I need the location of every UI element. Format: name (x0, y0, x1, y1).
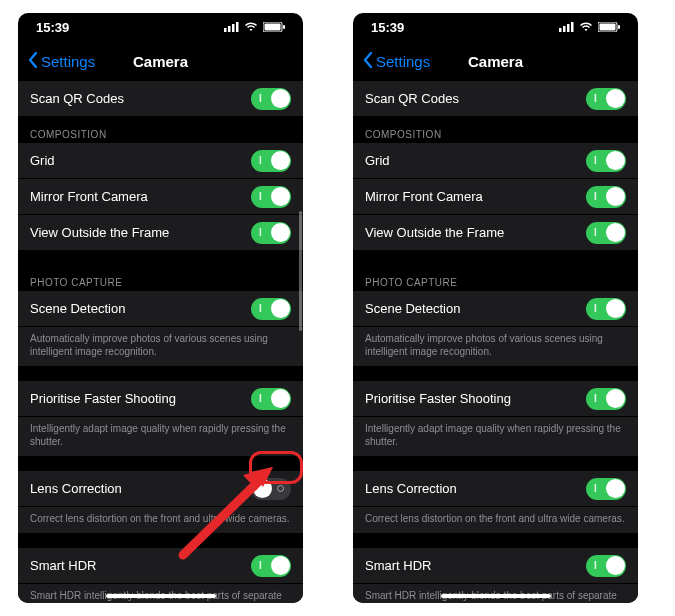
toggle-mirror-front[interactable]: I (586, 186, 626, 208)
row-grid[interactable]: GridI (18, 143, 303, 179)
row-label: Smart HDR (30, 558, 96, 573)
status-time: 15:39 (371, 20, 404, 35)
scroll-indicator[interactable] (299, 211, 302, 331)
toggle-mirror-front[interactable]: I (251, 186, 291, 208)
cellular-icon (224, 22, 239, 32)
nav-bar: Settings Camera (18, 41, 303, 81)
cellular-icon (559, 22, 574, 32)
chevron-left-icon (363, 52, 373, 71)
svg-rect-0 (224, 28, 227, 32)
wifi-icon (244, 22, 258, 32)
row-label: Scan QR Codes (30, 91, 124, 106)
row-lens-correction[interactable]: Lens Correction (18, 471, 303, 507)
svg-rect-7 (559, 28, 562, 32)
svg-rect-13 (618, 25, 620, 29)
section-composition: COMPOSITION (18, 117, 303, 143)
back-label: Settings (376, 53, 430, 70)
svg-rect-9 (567, 24, 570, 32)
toggle-faster-shooting[interactable]: I (586, 388, 626, 410)
row-label: Lens Correction (365, 481, 457, 496)
status-bar: 15:39 (18, 13, 303, 41)
nav-title: Camera (133, 53, 188, 70)
row-label: Scene Detection (365, 301, 460, 316)
row-mirror-front[interactable]: Mirror Front CameraI (18, 179, 303, 215)
toggle-grid[interactable]: I (586, 150, 626, 172)
footer-lens-correction: Correct lens distortion on the front and… (353, 507, 638, 534)
row-faster-shooting[interactable]: Prioritise Faster ShootingI (18, 381, 303, 417)
row-label: Lens Correction (30, 481, 122, 496)
back-button[interactable]: Settings (363, 52, 430, 71)
phone-right: 15:39 Settings Camera Scan QR CodesI COM… (353, 13, 638, 603)
row-label: Prioritise Faster Shooting (365, 391, 511, 406)
section-photo-capture: PHOTO CAPTURE (353, 265, 638, 291)
row-label: Mirror Front Camera (30, 189, 148, 204)
toggle-view-outside[interactable]: I (586, 222, 626, 244)
status-bar: 15:39 (353, 13, 638, 41)
back-label: Settings (41, 53, 95, 70)
row-faster-shooting[interactable]: Prioritise Faster ShootingI (353, 381, 638, 417)
row-label: Grid (30, 153, 55, 168)
footer-faster-shooting: Intelligently adapt image quality when r… (18, 417, 303, 457)
row-label: View Outside the Frame (30, 225, 169, 240)
back-button[interactable]: Settings (28, 52, 95, 71)
row-label: Grid (365, 153, 390, 168)
status-time: 15:39 (36, 20, 69, 35)
settings-list[interactable]: Scan QR CodesI COMPOSITION GridI Mirror … (353, 81, 638, 603)
row-lens-correction[interactable]: Lens CorrectionI (353, 471, 638, 507)
svg-rect-2 (232, 24, 235, 32)
row-view-outside[interactable]: View Outside the FrameI (18, 215, 303, 251)
row-label: Scene Detection (30, 301, 125, 316)
toggle-smart-hdr[interactable]: I (586, 555, 626, 577)
row-smart-hdr[interactable]: Smart HDRI (18, 548, 303, 584)
nav-title: Camera (468, 53, 523, 70)
row-scan-qr[interactable]: Scan QR CodesI (18, 81, 303, 117)
row-smart-hdr[interactable]: Smart HDRI (353, 548, 638, 584)
phone-left: 15:39 Settings Camera Scan QR CodesI COM… (18, 13, 303, 603)
row-label: Prioritise Faster Shooting (30, 391, 176, 406)
footer-scene-detection: Automatically improve photos of various … (18, 327, 303, 367)
toggle-scene-detection[interactable]: I (586, 298, 626, 320)
toggle-faster-shooting[interactable]: I (251, 388, 291, 410)
toggle-scan-qr[interactable]: I (586, 88, 626, 110)
svg-rect-12 (600, 24, 616, 31)
section-photo-capture: PHOTO CAPTURE (18, 265, 303, 291)
section-composition: COMPOSITION (353, 117, 638, 143)
svg-rect-8 (563, 26, 566, 32)
status-icons (559, 22, 620, 32)
wifi-icon (579, 22, 593, 32)
nav-bar: Settings Camera (353, 41, 638, 81)
row-scene-detection[interactable]: Scene DetectionI (18, 291, 303, 327)
footer-lens-correction: Correct lens distortion on the front and… (18, 507, 303, 534)
row-view-outside[interactable]: View Outside the FrameI (353, 215, 638, 251)
svg-rect-10 (571, 22, 574, 32)
svg-rect-6 (283, 25, 285, 29)
row-label: View Outside the Frame (365, 225, 504, 240)
battery-icon (263, 22, 285, 32)
toggle-lens-correction[interactable] (251, 478, 291, 500)
row-label: Mirror Front Camera (365, 189, 483, 204)
row-scan-qr[interactable]: Scan QR CodesI (353, 81, 638, 117)
settings-list[interactable]: Scan QR CodesI COMPOSITION GridI Mirror … (18, 81, 303, 603)
row-scene-detection[interactable]: Scene DetectionI (353, 291, 638, 327)
row-mirror-front[interactable]: Mirror Front CameraI (353, 179, 638, 215)
toggle-smart-hdr[interactable]: I (251, 555, 291, 577)
footer-scene-detection: Automatically improve photos of various … (353, 327, 638, 367)
svg-rect-1 (228, 26, 231, 32)
toggle-lens-correction[interactable]: I (586, 478, 626, 500)
home-indicator[interactable] (106, 594, 216, 598)
toggle-view-outside[interactable]: I (251, 222, 291, 244)
chevron-left-icon (28, 52, 38, 71)
svg-rect-3 (236, 22, 239, 32)
status-icons (224, 22, 285, 32)
footer-faster-shooting: Intelligently adapt image quality when r… (353, 417, 638, 457)
row-label: Smart HDR (365, 558, 431, 573)
toggle-scene-detection[interactable]: I (251, 298, 291, 320)
row-grid[interactable]: GridI (353, 143, 638, 179)
svg-rect-5 (265, 24, 281, 31)
battery-icon (598, 22, 620, 32)
toggle-grid[interactable]: I (251, 150, 291, 172)
row-label: Scan QR Codes (365, 91, 459, 106)
toggle-scan-qr[interactable]: I (251, 88, 291, 110)
home-indicator[interactable] (441, 594, 551, 598)
